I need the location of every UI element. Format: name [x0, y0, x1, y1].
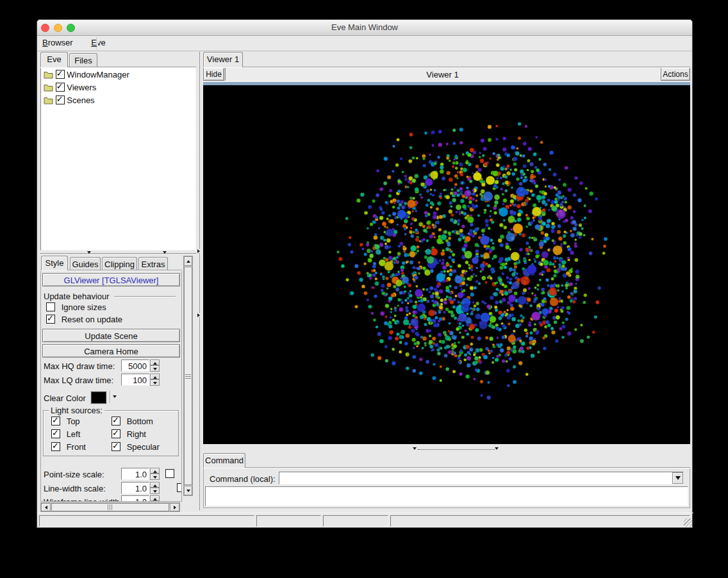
- wireframe-line-width-label: Wireframe line-width: [44, 497, 119, 502]
- clear-color-label: Clear Color: [44, 393, 86, 403]
- wireframe-line-width-value[interactable]: 1.0: [121, 495, 149, 502]
- tab-viewer-1[interactable]: Viewer 1: [203, 52, 243, 67]
- line-width-scale-value[interactable]: 1.0: [121, 482, 149, 494]
- tree-item-windowmanager[interactable]: WindowManager: [41, 67, 195, 79]
- point-size-scale-value[interactable]: 1.0: [121, 468, 149, 480]
- update-behaviour-rule: [114, 296, 176, 297]
- reset-on-update-label: Reset on update: [62, 315, 122, 324]
- tree-checkbox-windowmanager[interactable]: [56, 70, 65, 79]
- max-lq-value[interactable]: 100: [121, 374, 149, 386]
- command-dropdown-button[interactable]: [672, 472, 683, 484]
- eve-main-window: Eve Main Window Browser Eve Eve Files Wi…: [37, 19, 693, 528]
- clear-color-swatch[interactable]: [91, 392, 106, 404]
- light-left-checkbox[interactable]: [51, 429, 60, 438]
- spin-down-button[interactable]: [150, 379, 160, 386]
- actions-button[interactable]: Actions: [661, 67, 690, 81]
- light-front-option[interactable]: Front: [51, 442, 86, 452]
- splitter-arrow-icon: [163, 251, 167, 254]
- spin-down-button[interactable]: [150, 474, 160, 480]
- spin-up-button[interactable]: [150, 374, 160, 379]
- tab-eve[interactable]: Eve: [40, 52, 68, 67]
- command-combobox[interactable]: [279, 472, 684, 484]
- reset-on-update-option[interactable]: Reset on update: [46, 315, 122, 324]
- max-hq-value[interactable]: 5000: [121, 359, 149, 372]
- left-right-splitter[interactable]: [196, 52, 203, 510]
- ignore-sizes-checkbox[interactable]: [46, 302, 55, 311]
- eve-tree-panel: WindowManager Viewers Scenes: [40, 67, 196, 251]
- window-title: Eve Main Window: [37, 22, 692, 32]
- ignore-sizes-option[interactable]: Ignore sizes: [46, 302, 106, 312]
- light-specular-option[interactable]: Specular: [112, 442, 160, 452]
- menu-bar: Browser Eve: [37, 36, 692, 51]
- tree-style-splitter[interactable]: [40, 251, 196, 256]
- line-width-scale-checkbox[interactable]: [177, 483, 182, 492]
- title-bar[interactable]: Eve Main Window: [37, 20, 692, 36]
- spin-up-button[interactable]: [150, 359, 160, 365]
- light-bottom-checkbox[interactable]: [112, 417, 120, 425]
- glviewer-button[interactable]: GLViewer [TGLSAViewer]: [42, 273, 180, 286]
- tree-label-windowmanager[interactable]: WindowManager: [67, 70, 129, 79]
- tab-style[interactable]: Style: [41, 256, 68, 270]
- reset-on-update-checkbox[interactable]: [46, 315, 55, 324]
- light-front-checkbox[interactable]: [51, 442, 60, 451]
- splitter-arrow-icon: [413, 447, 417, 450]
- camera-home-button[interactable]: Camera Home: [42, 344, 180, 358]
- gl-viewer-canvas[interactable]: [203, 85, 690, 444]
- ignore-sizes-label: Ignore sizes: [62, 302, 106, 312]
- spin-up-button[interactable]: [150, 468, 160, 474]
- spin-down-button[interactable]: [150, 488, 160, 494]
- command-input[interactable]: [280, 473, 674, 484]
- tab-extras[interactable]: Extras: [138, 257, 168, 270]
- tab-files[interactable]: Files: [69, 53, 97, 67]
- resize-grip[interactable]: [684, 518, 692, 527]
- light-specular-checkbox[interactable]: [112, 442, 120, 451]
- tab-guides[interactable]: Guides: [70, 257, 101, 270]
- tab-command[interactable]: Command: [203, 453, 245, 468]
- tree-checkbox-viewers[interactable]: [56, 83, 65, 92]
- hide-button[interactable]: Hide: [203, 67, 224, 81]
- scroll-down-button[interactable]: [184, 486, 192, 495]
- max-lq-label: Max LQ draw time:: [44, 376, 113, 385]
- folder-icon: [44, 70, 53, 79]
- light-bottom-option[interactable]: Bottom: [112, 417, 153, 426]
- light-right-option[interactable]: Right: [112, 429, 146, 439]
- scroll-left-button[interactable]: [41, 503, 51, 511]
- scroll-up-button[interactable]: [184, 256, 192, 266]
- status-segment: [39, 515, 254, 527]
- tree-item-scenes[interactable]: Scenes: [41, 92, 195, 105]
- clear-color-dropdown-icon[interactable]: [113, 395, 117, 398]
- tree-label-scenes[interactable]: Scenes: [67, 95, 94, 105]
- splitter-arrow-icon: [495, 447, 499, 450]
- menu-eve[interactable]: Eve: [86, 36, 110, 49]
- spin-down-button[interactable]: [150, 365, 160, 372]
- command-output[interactable]: [205, 486, 688, 506]
- max-hq-label: Max HQ draw time:: [44, 361, 115, 371]
- point-size-scale-checkbox[interactable]: [165, 469, 174, 478]
- light-top-option[interactable]: Top: [51, 417, 80, 426]
- scroll-right-button[interactable]: [170, 503, 179, 511]
- tree-item-viewers[interactable]: Viewers: [41, 79, 195, 92]
- light-left-label: Left: [67, 429, 81, 439]
- viewer-command-splitter[interactable]: [203, 447, 690, 452]
- style-panel-vscrollbar[interactable]: [183, 256, 193, 496]
- light-bottom-label: Bottom: [127, 417, 153, 426]
- splitter-arrow-icon: [87, 251, 91, 254]
- tree-checkbox-scenes[interactable]: [56, 95, 65, 104]
- vscrollbar-thumb[interactable]: [184, 267, 192, 485]
- menu-browser[interactable]: Browser: [37, 36, 78, 49]
- light-left-option[interactable]: Left: [51, 429, 80, 439]
- clear-color-divider: [110, 391, 110, 403]
- spin-up-button[interactable]: [150, 495, 160, 501]
- update-scene-button[interactable]: Update Scene: [42, 329, 180, 342]
- tab-clipping[interactable]: Clipping: [102, 257, 137, 270]
- light-top-label: Top: [67, 417, 80, 426]
- style-panel: GLViewer [TGLSAViewer] Update behaviour …: [40, 270, 182, 502]
- light-right-checkbox[interactable]: [112, 429, 120, 438]
- folder-icon: [44, 96, 53, 104]
- hscrollbar-thumb[interactable]: [51, 503, 169, 511]
- tree-label-viewers[interactable]: Viewers: [67, 83, 96, 92]
- status-segment: [390, 515, 690, 527]
- spin-up-button[interactable]: [150, 482, 160, 488]
- style-panel-hscrollbar[interactable]: [40, 502, 180, 512]
- light-top-checkbox[interactable]: [51, 417, 60, 425]
